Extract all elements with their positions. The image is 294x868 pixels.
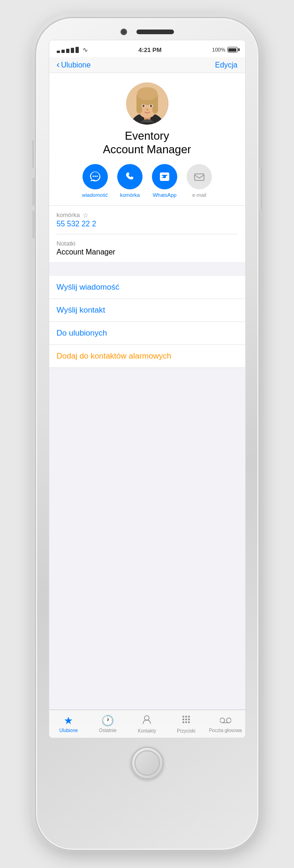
svg-point-8 (137, 87, 158, 100)
svg-point-13 (146, 109, 148, 111)
komorka-button[interactable] (117, 164, 143, 189)
action-email: e-mail (187, 164, 212, 198)
navigation-bar: ‹ Ulubione Edycja (49, 57, 245, 73)
phone-top-bar (36, 18, 258, 35)
avatar (126, 82, 168, 125)
signal-bars (57, 47, 79, 53)
signal-dot-4 (71, 48, 74, 53)
contact-name-line1: Eventory (125, 129, 169, 142)
status-left: ∿ (57, 46, 88, 53)
svg-point-28 (185, 718, 187, 720)
email-icon (193, 171, 205, 183)
wiadomosc-label: wiadomość (82, 192, 108, 198)
send-contact-item[interactable]: Wyślij kontakt (49, 299, 245, 322)
svg-point-16 (96, 175, 98, 177)
battery-percent: 100% (212, 47, 225, 52)
svg-point-29 (188, 718, 190, 720)
komorka-label: komórka (120, 192, 140, 198)
wiadomosc-button[interactable] (83, 164, 108, 189)
battery-icon (227, 47, 238, 52)
status-time: 4:21 PM (138, 46, 161, 53)
send-message-item[interactable]: Wyślij wiadomość (49, 276, 245, 299)
voicemail-tab-icon (220, 715, 231, 726)
svg-point-31 (185, 721, 187, 723)
tab-przyciski[interactable]: Przyciski (166, 714, 206, 726)
signal-dot-5 (75, 47, 79, 53)
back-button[interactable]: ‹ Ulubione (57, 60, 91, 70)
phone-label-text: komórka (57, 211, 80, 218)
message-icon (89, 170, 102, 183)
svg-point-25 (185, 716, 187, 718)
action-komorka: komórka (117, 164, 143, 198)
keypad-icon-svg (181, 714, 191, 725)
phone-number-section: komórka ☆ 55 532 22 2 Notatki Account Ma… (49, 206, 245, 262)
section-gap (49, 262, 245, 276)
action-list: Wyślij wiadomość Wyślij kontakt Do ulubi… (49, 276, 245, 368)
wifi-icon: ∿ (83, 46, 88, 53)
phone-screen: ∿ 4:21 PM 100% ‹ Ulubione (49, 40, 246, 738)
contact-name: Eventory Account Manager (103, 129, 191, 157)
svg-point-33 (220, 718, 225, 723)
phone-icon (123, 170, 136, 183)
action-whatsapp: WhatsApp (152, 164, 177, 198)
battery-body (227, 47, 238, 52)
avatar-image (126, 82, 168, 125)
svg-rect-22 (195, 174, 204, 180)
status-bar: ∿ 4:21 PM 100% (49, 40, 245, 57)
status-right: 100% (212, 47, 237, 52)
contacts-icon-svg (142, 714, 152, 725)
svg-point-14 (92, 175, 94, 177)
contact-header: Eventory Account Manager (49, 73, 245, 205)
svg-point-24 (182, 716, 184, 718)
front-camera (121, 29, 127, 35)
whatsapp-icon (158, 170, 171, 183)
signal-dot-3 (66, 49, 69, 53)
favorites-tab-icon: ★ (64, 715, 73, 726)
phone-label: komórka ☆ (57, 211, 238, 219)
emergency-item[interactable]: Dodaj do kontaktów alarmowych (49, 345, 245, 368)
edit-button[interactable]: Edycja (215, 61, 237, 69)
svg-point-15 (94, 175, 96, 177)
notes-row: Notatki Account Manager (57, 234, 238, 262)
whatsapp-button[interactable] (152, 164, 177, 189)
phone-row: komórka ☆ 55 532 22 2 (57, 206, 238, 234)
contacts-tab-icon (142, 714, 152, 726)
recent-tab-icon: 🕐 (101, 715, 114, 726)
battery-fill (228, 48, 236, 52)
home-button[interactable] (131, 747, 164, 779)
svg-point-11 (142, 105, 144, 107)
phone-body: ∿ 4:21 PM 100% ‹ Ulubione (35, 17, 260, 851)
email-label: e-mail (192, 192, 206, 198)
signal-dot-1 (57, 51, 60, 53)
favorite-star-icon[interactable]: ☆ (83, 211, 89, 219)
action-buttons-row: wiadomość komórka (77, 164, 217, 198)
whatsapp-label: WhatsApp (153, 192, 177, 198)
tab-ulubione[interactable]: ★ Ulubione (49, 715, 89, 726)
svg-point-30 (182, 721, 184, 723)
screen-content: Eventory Account Manager (49, 73, 245, 726)
contact-name-line2: Account Manager (103, 143, 191, 156)
tab-kontakty[interactable]: Kontakty (128, 714, 167, 726)
notes-label: Notatki (57, 240, 238, 247)
favorites-item[interactable]: Do ulubionych (49, 322, 245, 345)
speaker-grille (136, 30, 174, 34)
keypad-tab-icon (181, 714, 191, 726)
svg-rect-21 (162, 177, 166, 178)
svg-point-32 (188, 721, 190, 723)
tab-bar: ★ Ulubione 🕐 Ostatnie (49, 710, 245, 726)
phone-value[interactable]: 55 532 22 2 (57, 220, 238, 228)
phone-wrapper: ∿ 4:21 PM 100% ‹ Ulubione (0, 0, 294, 868)
email-button[interactable] (187, 164, 212, 189)
tab-poczta[interactable]: Poczta głosowa (206, 715, 245, 726)
signal-dot-2 (61, 50, 65, 53)
svg-point-26 (188, 716, 190, 718)
home-button-inner (135, 750, 160, 776)
svg-point-12 (150, 105, 152, 107)
svg-point-27 (182, 718, 184, 720)
svg-point-34 (226, 718, 231, 723)
notes-value: Account Manager (57, 248, 238, 256)
back-chevron-icon: ‹ (57, 59, 60, 70)
tab-ostatnie[interactable]: 🕐 Ostatnie (88, 715, 128, 726)
action-wiadomosc: wiadomość (82, 164, 108, 198)
voicemail-icon-svg (220, 717, 231, 724)
